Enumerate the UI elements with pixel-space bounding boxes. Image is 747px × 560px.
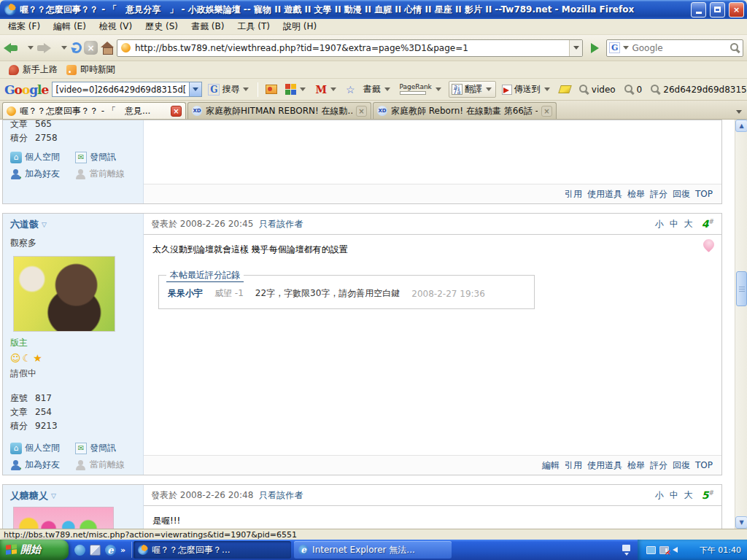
task-internet-explorer[interactable]: e Internet Explorer 無法...	[294, 541, 452, 559]
profile-space-link[interactable]: ⌂個人空間	[10, 442, 71, 454]
font-medium-link[interactable]: 中	[670, 218, 678, 230]
google-search-combo[interactable]: [video=0]26d6429d69d8315d[	[52, 82, 202, 97]
scroll-up-button[interactable]: ▲	[735, 120, 747, 132]
menu-help[interactable]: 說明 (H)	[276, 19, 323, 34]
quote-link[interactable]: 引用	[565, 459, 582, 472]
google-search-button[interactable]: G 搜尋	[206, 82, 252, 97]
home-button[interactable]	[100, 38, 115, 58]
apps-button[interactable]	[283, 82, 309, 96]
search-options-dropdown[interactable]	[243, 88, 249, 91]
language-bar[interactable]	[615, 540, 638, 560]
volume-icon[interactable]	[673, 547, 678, 553]
avatar[interactable]	[13, 256, 115, 332]
disconnected-network-icon[interactable]	[659, 546, 669, 554]
vertical-scrollbar[interactable]: ▲ ▼	[735, 120, 747, 529]
back-history-dropdown[interactable]	[28, 46, 34, 50]
stop-button[interactable]: ×	[84, 38, 98, 58]
tab-close-button[interactable]: ×	[356, 106, 367, 117]
font-medium-link[interactable]: 中	[670, 489, 678, 502]
author-menu-caret[interactable]: ▽	[51, 492, 56, 499]
quote-link[interactable]: 引用	[565, 188, 582, 201]
menu-edit[interactable]: 編輯 (E)	[47, 19, 93, 34]
search-icon[interactable]	[729, 42, 740, 53]
task-firefox-window[interactable]: 喔？？怎麼回事？...	[133, 541, 291, 559]
tab-reborn-hitman[interactable]: 家庭教師HITMAN REBORN! 在線動... ×	[187, 102, 371, 119]
font-small-link[interactable]: 小	[655, 218, 664, 230]
restore-button[interactable]	[710, 2, 725, 18]
menu-bookmarks[interactable]: 書籤 (B)	[185, 19, 231, 34]
google-query-text[interactable]: [video=0]26d6429d69d8315d[	[53, 85, 189, 95]
menu-history[interactable]: 歷史 (S)	[139, 19, 185, 34]
floor-number[interactable]: 4#	[702, 218, 714, 230]
font-large-link[interactable]: 大	[684, 489, 693, 502]
pagerank-button[interactable]: PageRank	[398, 82, 445, 96]
title-bar[interactable]: 喔？？怎麼回事？？ - 「 意見分享 」 - 小政娛樂論壇 -- 寵物 II 遊…	[0, 0, 747, 19]
report-link[interactable]: 檢舉	[627, 188, 645, 201]
rate-link[interactable]: 評分	[650, 188, 667, 201]
only-author-link[interactable]: 只看該作者	[259, 489, 303, 502]
send-to-button[interactable]: 傳送到	[500, 82, 554, 97]
author-name[interactable]: 乂糖糖乂	[10, 489, 48, 502]
only-author-link[interactable]: 只看該作者	[259, 218, 303, 230]
find-term-video[interactable]: video	[576, 82, 618, 96]
tab-reborn-ep66[interactable]: 家庭教師 Reborn! 在線動畫 第66話 -... ×	[373, 102, 557, 119]
use-item-link[interactable]: 使用道具	[587, 188, 622, 201]
quick-launch-overflow-chevron[interactable]: »	[120, 545, 125, 555]
author-name[interactable]: 六道骸	[10, 218, 39, 231]
forward-button[interactable]	[37, 38, 58, 58]
top-link[interactable]: TOP	[695, 460, 713, 470]
avatar[interactable]	[13, 507, 114, 529]
network-monitor-icon[interactable]	[646, 546, 656, 554]
bookmark-getting-started[interactable]: 新手上路	[6, 62, 61, 77]
rating-user[interactable]: 呆呆小宇	[168, 287, 203, 300]
close-button[interactable]: ×	[729, 2, 744, 18]
start-button[interactable]: 開始	[0, 540, 69, 560]
use-item-link[interactable]: 使用道具	[587, 459, 622, 472]
url-text[interactable]: http://bbs.tw789.net/viewthread.php?tid=…	[131, 43, 569, 53]
address-bar[interactable]: http://bbs.tw789.net/viewthread.php?tid=…	[117, 39, 583, 57]
rate-link[interactable]: 評分	[650, 459, 667, 472]
reload-button[interactable]	[71, 38, 82, 58]
send-pm-link[interactable]: ✉發簡訊	[75, 442, 136, 454]
font-large-link[interactable]: 大	[684, 218, 693, 230]
scroll-down-button[interactable]: ▼	[735, 516, 747, 529]
reply-link[interactable]: 回復	[673, 459, 690, 472]
translate-button[interactable]: a¡7ä 翻譯	[449, 81, 496, 98]
gmail-button[interactable]: M	[313, 82, 340, 97]
menu-file[interactable]: 檔案 (F)	[1, 19, 47, 34]
url-history-dropdown[interactable]	[569, 40, 582, 56]
star-bookmark-button[interactable]: ☆	[344, 82, 357, 97]
search-engine-dropdown[interactable]	[623, 46, 629, 50]
search-input[interactable]	[632, 43, 728, 53]
reply-link[interactable]: 回復	[673, 188, 690, 201]
google-query-dropdown[interactable]	[189, 82, 201, 96]
bookmark-latest-news[interactable]: 即時新聞	[63, 62, 118, 77]
taskbar-clock[interactable]: 下午 01:40	[700, 545, 741, 556]
find-term-hash[interactable]: 26d6429d69d8315d	[648, 82, 747, 96]
menu-tools[interactable]: 工具 (T)	[231, 19, 276, 34]
scrollbar-thumb[interactable]	[736, 271, 747, 306]
minimize-button[interactable]	[691, 2, 706, 18]
back-button[interactable]	[4, 38, 24, 58]
quick-launch-ie-icon[interactable]: e	[105, 545, 116, 556]
find-term-0[interactable]: 0	[622, 82, 645, 96]
quick-launch-globe-icon[interactable]	[74, 545, 85, 556]
photos-button[interactable]	[263, 83, 279, 96]
send-pm-link[interactable]: ✉發簡訊	[75, 151, 136, 163]
floor-number[interactable]: 5#	[702, 489, 714, 501]
menu-view[interactable]: 檢視 (V)	[93, 19, 139, 34]
author-menu-caret[interactable]: ▽	[42, 221, 47, 228]
add-friend-link[interactable]: 加為好友	[10, 168, 71, 180]
go-button[interactable]	[585, 39, 604, 58]
tab-close-button[interactable]: ×	[171, 106, 182, 117]
top-link[interactable]: TOP	[695, 189, 713, 199]
profile-space-link[interactable]: ⌂個人空間	[10, 151, 71, 163]
add-friend-link[interactable]: 加為好友	[10, 459, 71, 471]
edit-link[interactable]: 編輯	[542, 459, 560, 472]
tab-current-thread[interactable]: 喔？？怎麼回事？？ - 「 意見... ×	[2, 102, 186, 119]
tab-close-button[interactable]: ×	[541, 106, 552, 117]
gt-bookmarks-button[interactable]: 書籤	[361, 82, 394, 97]
quick-launch-app-icon[interactable]	[90, 545, 101, 556]
highlighter-button[interactable]	[557, 84, 573, 95]
search-bar[interactable]: G	[606, 39, 743, 57]
